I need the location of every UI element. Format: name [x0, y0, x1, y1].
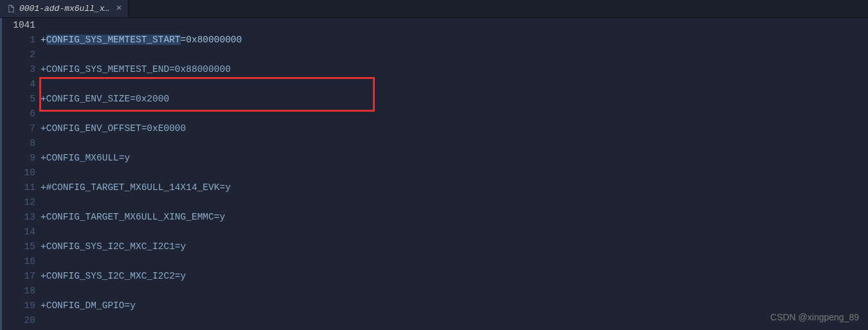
- line-number: 10: [2, 166, 35, 180]
- tab-file[interactable]: 0001-add-mx6ull_x… ×: [0, 0, 129, 17]
- tab-title: 0001-add-mx6ull_x…: [19, 1, 109, 16]
- line-number: 4: [2, 77, 35, 92]
- line-number: 13: [2, 210, 35, 225]
- code-line: +CONFIG_SYS_I2C_MXC_I2C1=y: [41, 239, 868, 254]
- close-icon[interactable]: ×: [116, 1, 122, 16]
- line-number-gutter: 1041 1 2 3 4 5 6 7 8 9 10 11 12 13 14 15…: [2, 18, 41, 330]
- tab-bar: 0001-add-mx6ull_x… ×: [0, 0, 868, 18]
- code-line: +CONFIG_SYS_I2C_MXC_I2C2=y: [41, 269, 868, 284]
- line-number: 8: [2, 136, 35, 151]
- line-number: 7: [2, 121, 35, 136]
- code-line: +CONFIG_SYS_MEMTEST_END=0x88000000: [41, 62, 868, 77]
- editor-area[interactable]: 1041 1 2 3 4 5 6 7 8 9 10 11 12 13 14 15…: [0, 18, 868, 330]
- line-number: 12: [2, 195, 35, 210]
- line-number: 18: [2, 284, 35, 299]
- line-number: 15: [2, 239, 35, 254]
- line-number: 16: [2, 254, 35, 269]
- line-number: 6: [2, 107, 35, 121]
- code-line: +CONFIG_TARGET_MX6ULL_XING_EMMC=y: [41, 210, 868, 225]
- code-line: +CONFIG_DM_GPIO=y: [41, 299, 868, 313]
- line-number: 2: [2, 48, 35, 62]
- line-number: 19: [2, 299, 35, 313]
- line-number: 11: [2, 180, 35, 195]
- line-number: 14: [2, 225, 35, 239]
- code-content[interactable]: +CONFIG_SYS_MEMTEST_START=0x80000000 +CO…: [41, 18, 868, 330]
- line-number: 1041: [2, 18, 35, 33]
- watermark: CSDN @xingpeng_89: [770, 310, 859, 325]
- line-number: 17: [2, 269, 35, 284]
- file-icon: [6, 4, 15, 13]
- line-number: 20: [2, 313, 35, 328]
- code-line: +CONFIG_MX6ULL=y: [41, 151, 868, 166]
- line-number: 1: [2, 33, 35, 48]
- code-line: +CONFIG_ENV_SIZE=0x2000: [41, 92, 868, 107]
- line-number: 9: [2, 151, 35, 166]
- code-line: +#CONFIG_TARGET_MX6ULL_14X14_EVK=y: [41, 180, 868, 195]
- line-number: 5: [2, 92, 35, 107]
- code-line: +CONFIG_ENV_OFFSET=0xE0000: [41, 121, 868, 136]
- code-line: +CONFIG_SYS_MEMTEST_START=0x80000000: [41, 33, 868, 48]
- line-number: 3: [2, 62, 35, 77]
